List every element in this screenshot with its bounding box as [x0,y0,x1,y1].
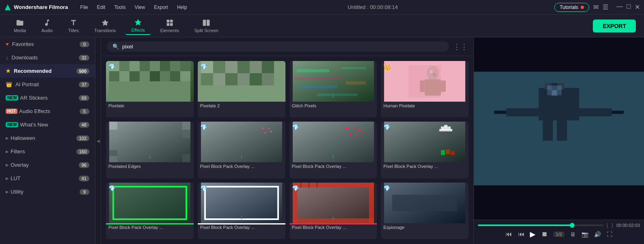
svg-rect-114 [552,90,557,95]
content-area: 🔍 ⋮⋮ [101,37,473,244]
svg-rect-78 [441,150,445,155]
sidebar-item-ar-stickers[interactable]: NEW AR Stickers 69 [0,91,95,105]
sidebar-lut-count: 41 [79,176,89,181]
download-icon-pixelate: ↓ [148,92,151,99]
svg-rect-89 [369,183,374,223]
bracket-start-icon: { [607,222,608,228]
sidebar-item-halloween[interactable]: ▶ Halloween 102 [0,131,95,145]
crown-icon: 👑 [6,81,12,87]
menu-edit[interactable]: Edit [93,4,110,11]
mail-icon[interactable]: ✉ [593,3,599,11]
maximize-button[interactable]: ☐ [626,3,631,11]
effect-card-block1[interactable]: ♥ ♥ ♥ ♥ 💎 ↓ Pixel Block Pack Overlay ... [198,122,285,178]
sidebar-audio-effects-label: Audio Effects [19,108,80,114]
svg-rect-19 [140,71,150,81]
new-badge-whatsnew: NEW [6,122,18,127]
tool-elements[interactable]: Elements [155,17,185,35]
screen-icon[interactable]: 🖥 [570,231,576,237]
effect-pixelate-label: Pixelate [106,102,194,110]
svg-rect-56 [109,130,117,138]
svg-rect-6 [207,20,210,26]
effect-card-block6[interactable]: 💎 ↓ Pixel Block Pack Overlay ... [290,183,377,239]
tutorials-button[interactable]: Tutorials [554,3,589,12]
svg-rect-34 [238,73,250,85]
volume-icon[interactable]: 🔊 [594,231,601,237]
new-badge-ar: NEW [6,95,18,100]
effect-card-glitch[interactable]: ↓ Glitch Pixels [290,61,377,118]
sidebar-item-filters[interactable]: ▶ Filters 160 [0,145,95,158]
sidebar-item-recommended[interactable]: ★ Recommended 500 [0,64,95,78]
tool-elements-label: Elements [160,28,179,33]
sidebar-item-ai-portrait[interactable]: 👑 AI Portrait 37 [0,78,95,91]
collapse-arrow-icon: ◀ [97,139,100,143]
search-input[interactable] [122,44,443,50]
sidebar-item-utility[interactable]: ▶ Utility 9 [0,185,95,198]
skip-back-button[interactable]: ⏮ [506,231,512,238]
sidebar-item-lut[interactable]: ▶ LUT 41 [0,172,95,185]
effect-card-pixelated-edges[interactable]: ↓ Pixelated Edges [106,122,194,178]
stop-button[interactable]: ⏹ [541,231,548,238]
chevron-halloween-icon: ▶ [6,136,9,140]
menu-file[interactable]: File [76,4,92,11]
tool-titles[interactable]: Titles [63,17,84,35]
effect-card-block2[interactable]: ♥ ♥ ♥ ♥ ♥ ♥ 💎 ↓ Pixel Block Pack Overlay… [290,122,377,178]
crown-badge-human: 👑 [383,63,391,71]
svg-rect-33 [225,73,238,85]
effect-block2-label: Pixel Block Pack Overlay ... [290,162,377,170]
effect-espionage-label: Espionage [381,223,469,231]
tool-effects-label: Effects [131,28,145,33]
effect-card-block4[interactable]: 💎 Pixel Block Pack Overlay ... [106,183,194,239]
sidebar-collapse-button[interactable]: ◀ [95,37,101,244]
sidebar-item-audio-effects[interactable]: HOT Audio Effects 5 [0,105,95,118]
sidebar-item-downloads[interactable]: ↓ Downloads 32 [0,51,95,64]
gem-badge-pixelate2: 💎 [200,63,207,70]
sidebar-item-overlay[interactable]: ▶ Overlay 96 [0,158,95,172]
sidebar-favorites-count: 0 [80,41,89,47]
svg-rect-77 [439,129,452,131]
svg-text:♥: ♥ [264,131,266,135]
progress-track[interactable] [478,224,603,226]
effect-card-human-pixelate[interactable]: 👑 Human Pixelate [381,61,469,118]
tool-transitions[interactable]: Transitions [89,17,121,35]
screenshot-icon[interactable]: 📷 [581,231,588,237]
sidebar-whats-new-count: 48 [79,122,89,128]
gem-badge-block3: 💎 [383,124,390,131]
effect-card-pixelate[interactable]: 💎 ↓ Pixelate [106,61,194,118]
svg-rect-12 [150,61,160,71]
tool-audio[interactable]: Audio [36,17,58,35]
main-area: ♥ Favorites 0 ↓ Downloads 32 ★ Recommend… [0,37,644,244]
toolbar: Media Audio Titles Transitions Effects E… [0,15,644,37]
list-icon[interactable]: ☰ [603,3,608,11]
effect-card-espionage[interactable]: 💎 Espionage [381,183,469,239]
menu-tools[interactable]: Tools [110,4,130,11]
effect-card-pixelate2[interactable]: 💎 ↓ Pixelate 2 [198,61,285,118]
tool-splitscreen-label: Split Screen [194,28,218,33]
grid-view-icon[interactable]: ⋮⋮ [453,42,468,51]
tool-effects[interactable]: Effects [125,17,150,35]
svg-rect-74 [384,122,465,162]
gem-badge-espionage: 💎 [383,185,390,192]
sidebar-item-favorites[interactable]: ♥ Favorites 0 [0,37,95,51]
svg-rect-80 [451,151,455,155]
fullscreen-icon[interactable]: ⛶ [607,231,612,237]
chevron-overlay-icon: ▶ [6,163,9,167]
gem-badge-pixelate: 💎 [108,63,115,70]
sidebar-item-whats-new[interactable]: NEW What's New 48 [0,118,95,131]
menu-export[interactable]: Export [150,4,172,11]
svg-rect-115 [557,90,562,95]
play-button[interactable]: ▶ [530,230,536,239]
timeline-bar: { } 00:00:02:03 [478,222,640,228]
sidebar-recommended-count: 500 [76,68,89,74]
tool-splitscreen[interactable]: Split Screen [189,17,224,35]
menu-help[interactable]: Help [173,4,191,11]
gem-badge-block6: 💎 [292,185,299,192]
tool-media[interactable]: Media [8,17,32,35]
close-button[interactable]: ✕ [635,3,640,11]
export-button[interactable]: EXPORT [593,20,636,33]
menu-view[interactable]: View [130,4,149,11]
effect-card-block3[interactable]: 💎 Pixel Block Pack Overlay ... [381,122,469,178]
speed-badge[interactable]: 1/2 [553,231,564,237]
effect-card-block5[interactable]: 💎 ↓ Pixel Block Pack Overlay ... [198,183,285,239]
step-back-button[interactable]: ⏭ [518,231,524,238]
minimize-button[interactable]: — [616,3,623,11]
